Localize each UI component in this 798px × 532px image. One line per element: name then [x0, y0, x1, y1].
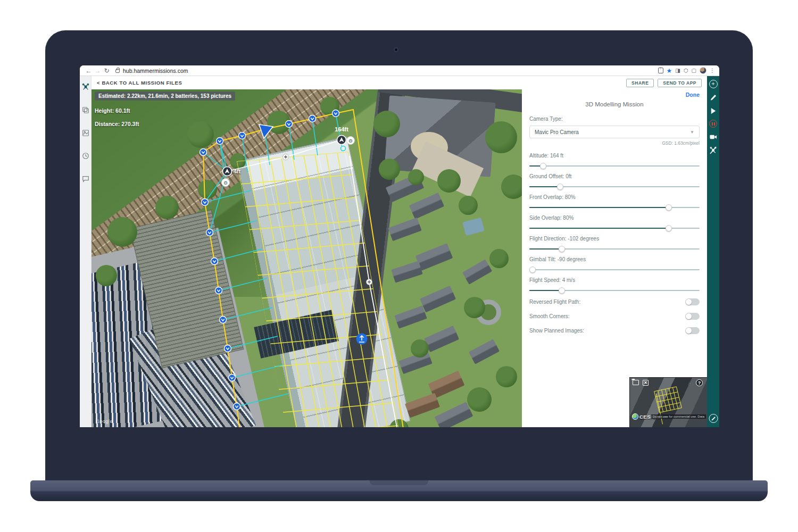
refresh-icon[interactable]: ↻: [102, 66, 111, 76]
share-button[interactable]: SHARE: [626, 79, 654, 87]
share-page-icon[interactable]: [658, 68, 663, 73]
smooth-corners-row: Smooth Corners:: [529, 313, 700, 320]
home-view-icon[interactable]: ⌂: [688, 379, 692, 387]
gsd-readout: GSD: 1.63cm/pixel: [529, 140, 700, 146]
flight-direction-marker[interactable]: [259, 124, 273, 138]
forward-nav-icon[interactable]: →: [93, 66, 102, 76]
flight-direction-slider[interactable]: [529, 248, 700, 250]
show-planned-images-row: Show Planned Images:: [529, 327, 700, 334]
side-overlap-slider-group: Side Overlap: 80%: [529, 215, 700, 229]
slider-thumb[interactable]: [559, 287, 565, 294]
slider-thumb[interactable]: [559, 246, 565, 252]
browser-menu-icon[interactable]: ⋮: [710, 67, 715, 74]
svg-text:4ft: 4ft: [234, 168, 241, 174]
laptop-mockup: ← → ↻ hub.hammermissions.com ★ ◨ ⬡ ▢ ⋮: [0, 0, 798, 532]
waypoint-marker[interactable]: [211, 258, 218, 265]
smooth-corners-toggle[interactable]: [685, 313, 700, 320]
browser-window: ← → ↻ hub.hammermissions.com ★ ◨ ⬡ ▢ ⋮: [80, 65, 719, 427]
svg-text:⚙: ⚙: [348, 138, 353, 144]
waypoint-marker[interactable]: [332, 110, 339, 117]
flight-speed-slider-group: Flight Speed: 4 m/s: [529, 277, 700, 291]
waypoint-marker[interactable]: [309, 115, 316, 122]
camera-type-select[interactable]: Mavic Pro Camera ▼: [529, 126, 700, 138]
waypoint-marker[interactable]: [215, 287, 222, 294]
ground-offset-slider[interactable]: [529, 186, 700, 187]
help-icon[interactable]: ?: [696, 379, 703, 386]
ground-offset-slider-group: Ground Offset: 0ft: [529, 173, 700, 187]
slider-thumb[interactable]: [666, 225, 672, 231]
flight-speed-slider[interactable]: [529, 290, 700, 291]
waypoint-marker[interactable]: [234, 403, 240, 410]
waypoint-marker[interactable]: [217, 138, 223, 145]
add-mission-area-icon[interactable]: +: [709, 80, 718, 88]
media-gallery-icon[interactable]: [82, 129, 89, 137]
altitude-slider-group: Altitude: 164 ft: [529, 153, 700, 167]
altitude-slider[interactable]: [529, 165, 700, 167]
mission-type-title: 3D Modelling Mission: [529, 101, 700, 107]
estimate-tooltip: Estimated: 2.22km, 21.6min, 2 batteries,…: [95, 92, 235, 101]
send-to-app-button[interactable]: SEND TO APP: [658, 79, 702, 87]
history-clock-icon[interactable]: [82, 152, 89, 160]
extensions-puzzle-icon[interactable]: ⬡: [684, 67, 688, 74]
front-overlap-slider-group: Front Overlap: 80%: [529, 194, 700, 208]
address-bar[interactable]: hub.hammermissions.com: [123, 68, 188, 74]
done-link[interactable]: Done: [529, 92, 700, 98]
gimbal-tilt-slider-group: Gimbal Tilt: -90 degrees: [529, 256, 700, 270]
distance-readout: Distance: 270.3ft: [95, 121, 235, 127]
reversed-flight-path-row: Reversed Flight Path:: [529, 298, 700, 305]
waypoint-marker[interactable]: [206, 229, 213, 236]
waypoint-marker[interactable]: [229, 375, 236, 381]
browser-toolbar: ← → ↻ hub.hammermissions.com ★ ◨ ⬡ ▢ ⋮: [80, 65, 719, 76]
edit-pencil-icon[interactable]: [709, 93, 718, 102]
waypoint-marker[interactable]: [286, 121, 293, 128]
path-node-marker[interactable]: [367, 279, 372, 285]
waypoint-1-marker[interactable]: [356, 334, 368, 345]
takeoff-marker[interactable]: 4ft ⚙: [222, 167, 241, 187]
waypoint-marker[interactable]: [239, 132, 246, 139]
slider-thumb[interactable]: [540, 163, 546, 169]
mission-map[interactable]: Google: [92, 89, 522, 427]
side-overlap-slider[interactable]: [529, 228, 700, 229]
slider-thumb[interactable]: [529, 267, 536, 273]
compass-icon[interactable]: [709, 414, 718, 423]
reversed-flight-path-toggle[interactable]: [685, 298, 700, 305]
video-camera-icon[interactable]: [709, 132, 718, 141]
front-overlap-slider[interactable]: [529, 207, 700, 208]
laptop-base: [30, 480, 768, 501]
close-icon[interactable]: ✕: [643, 380, 649, 386]
show-planned-images-toggle[interactable]: [685, 327, 700, 334]
gimbal-tilt-slider[interactable]: [529, 269, 700, 270]
sidepanel-icon[interactable]: ◨: [675, 67, 680, 74]
mission-start-marker[interactable]: 164ft ⚙: [335, 126, 354, 151]
copy-missions-icon[interactable]: [82, 106, 89, 114]
profile-avatar[interactable]: [700, 67, 706, 74]
path-node-marker[interactable]: [283, 154, 289, 160]
missions-drone-icon[interactable]: [82, 84, 89, 91]
drone-disabled-icon[interactable]: [709, 146, 718, 154]
waypoint-marker[interactable]: [225, 345, 231, 352]
waypoint-marker[interactable]: [220, 317, 227, 323]
cesium-3d-preview[interactable]: ✕ ⌂ ? CESIUM ion Do not use for commerci…: [629, 377, 707, 427]
back-nav-icon[interactable]: ←: [84, 66, 93, 76]
play-simulation-icon[interactable]: [709, 106, 718, 115]
save-image-icon[interactable]: [633, 380, 639, 385]
height-readout: Height: 60.1ft: [95, 107, 235, 114]
pause-icon[interactable]: [709, 120, 717, 128]
survey-grid: [237, 152, 401, 427]
chevron-down-icon: ▼: [690, 130, 694, 135]
slider-thumb[interactable]: [666, 204, 672, 211]
cesium-globe-icon: [632, 413, 638, 420]
waypoint-marker[interactable]: [200, 149, 207, 156]
back-to-missions-link[interactable]: < BACK TO ALL MISSION FILES: [97, 80, 182, 86]
waypoint-marker[interactable]: [202, 199, 209, 206]
cesium-attribution: Do not use for commercial use. Data: [651, 414, 706, 419]
map-tools-toolbar: +: [707, 76, 719, 427]
tab-icon[interactable]: ▢: [692, 67, 696, 74]
slider-thumb[interactable]: [557, 184, 563, 190]
camera-type-label: Camera Type:: [529, 116, 700, 122]
chat-support-icon[interactable]: [82, 175, 89, 182]
path-nodes[interactable]: [283, 154, 372, 285]
webcam-dot: [394, 47, 398, 52]
bookmark-star-icon[interactable]: ★: [667, 67, 672, 74]
svg-text:⚙: ⚙: [223, 180, 228, 186]
